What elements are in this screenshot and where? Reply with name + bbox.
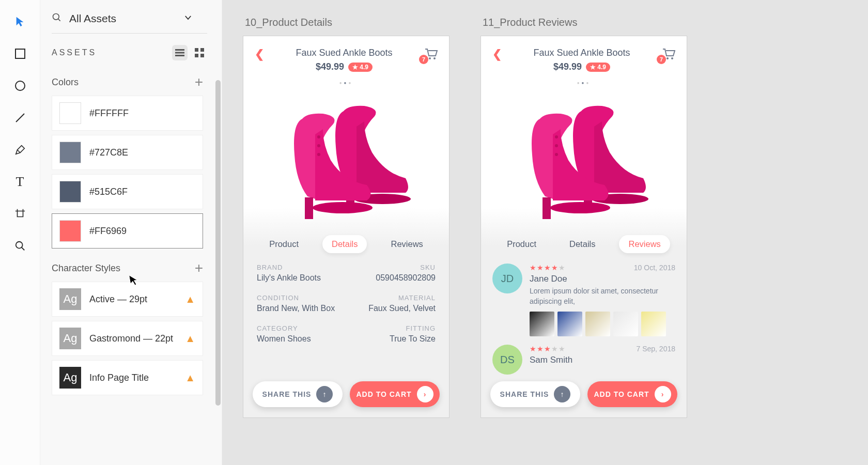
styles-section-header: Character Styles + xyxy=(52,256,218,282)
reviews-list: JD ★★★★★10 Oct, 2018 Jane Doe Lorem ipsu… xyxy=(481,264,687,383)
product-tabs: ProductDetailsReviews xyxy=(243,230,449,264)
review-thumbnails xyxy=(530,312,675,336)
svg-rect-18 xyxy=(305,197,313,219)
tab-reviews[interactable]: Reviews xyxy=(619,235,670,253)
chevron-down-icon[interactable] xyxy=(183,13,193,24)
svg-point-31 xyxy=(555,153,558,156)
svg-line-2 xyxy=(16,114,24,122)
style-preview-icon: Ag xyxy=(59,367,81,389)
list-view-button[interactable] xyxy=(172,45,188,60)
review-text: Lorem ipsum dolor sit amet, consectetur … xyxy=(530,286,675,306)
tab-details[interactable]: Details xyxy=(322,235,367,253)
page-indicator: ●●● xyxy=(481,81,687,85)
character-style-row[interactable]: AgActive — 29pt▲ xyxy=(52,282,203,317)
colors-section-header: Colors + xyxy=(52,70,218,96)
review-thumb[interactable] xyxy=(585,312,610,336)
svg-line-6 xyxy=(58,19,60,21)
svg-point-24 xyxy=(671,57,673,59)
cart-button[interactable]: 7 xyxy=(424,48,438,62)
color-swatch-row[interactable]: #727C8E xyxy=(52,135,203,170)
tab-details[interactable]: Details xyxy=(560,235,605,253)
style-preview-icon: Ag xyxy=(59,328,81,349)
detail-label: BRAND xyxy=(257,264,342,271)
color-swatch-row[interactable]: #FF6969 xyxy=(52,213,203,249)
share-button[interactable]: SHARE THIS↑ xyxy=(490,381,580,407)
tab-product[interactable]: Product xyxy=(498,235,546,253)
add-to-cart-button[interactable]: ADD TO CART› xyxy=(350,381,440,407)
back-button[interactable]: ❮ xyxy=(492,48,502,61)
warning-icon: ▲ xyxy=(185,372,195,384)
svg-line-4 xyxy=(21,247,24,251)
product-tabs: ProductDetailsReviews xyxy=(481,230,687,264)
review-thumb[interactable] xyxy=(557,312,582,336)
search-icon xyxy=(52,12,62,25)
product-hero-image xyxy=(517,96,651,220)
star-rating: ★★★★★ xyxy=(530,264,566,272)
artboard-wrap: 11_Product Reviews ❮ Faux Sued Ankle Boo… xyxy=(481,17,687,448)
product-hero-image xyxy=(279,96,413,220)
svg-point-20 xyxy=(317,135,320,138)
svg-rect-10 xyxy=(195,48,198,52)
assets-header-title: ASSETS xyxy=(52,48,97,57)
artboard-name[interactable]: 10_Product Details xyxy=(243,17,450,28)
svg-rect-9 xyxy=(175,55,184,56)
detail-label: MATERIAL xyxy=(350,294,436,302)
avatar: DS xyxy=(492,345,522,375)
search-label: All Assets xyxy=(69,12,116,25)
assets-search[interactable]: All Assets xyxy=(52,9,207,34)
rectangle-tool[interactable] xyxy=(13,47,27,61)
ellipse-tool[interactable] xyxy=(13,79,27,93)
color-label: #FF6969 xyxy=(89,226,127,237)
svg-rect-13 xyxy=(200,54,204,57)
chevron-right-icon: › xyxy=(655,386,671,402)
tab-reviews[interactable]: Reviews xyxy=(381,235,432,253)
artboard-tool[interactable] xyxy=(13,207,27,221)
review-thumb[interactable] xyxy=(530,312,554,336)
review-thumb[interactable] xyxy=(641,312,666,336)
review-thumb[interactable] xyxy=(613,312,638,336)
styles-section-title: Character Styles xyxy=(52,263,120,274)
pen-tool[interactable] xyxy=(13,143,27,157)
product-price: $49.99 xyxy=(553,61,582,72)
artboard[interactable]: ❮ Faux Sued Ankle Boots $49.99 ★ 4.9 7 ●… xyxy=(481,36,687,418)
rating-badge: ★ 4.9 xyxy=(586,63,610,72)
detail-label: SKU xyxy=(350,264,436,271)
cart-label: ADD TO CART xyxy=(356,390,411,398)
detail-value: 0590458902809 xyxy=(350,273,436,283)
character-style-row[interactable]: AgInfo Page Title▲ xyxy=(52,360,203,395)
share-label: SHARE THIS xyxy=(500,390,549,398)
product-title: Faux Sued Ankle Boots xyxy=(264,48,424,58)
color-swatch xyxy=(59,181,81,203)
color-swatch xyxy=(59,220,81,242)
add-to-cart-button[interactable]: ADD TO CART› xyxy=(587,381,677,407)
text-tool[interactable]: T xyxy=(13,175,27,189)
tab-product[interactable]: Product xyxy=(260,235,308,253)
svg-point-22 xyxy=(317,153,320,156)
color-swatch xyxy=(59,142,81,163)
line-tool[interactable] xyxy=(13,111,27,125)
grid-view-button[interactable] xyxy=(192,45,207,60)
svg-rect-0 xyxy=(16,49,25,58)
add-color-button[interactable]: + xyxy=(195,74,203,90)
color-swatch-row[interactable]: #515C6F xyxy=(52,174,203,209)
color-label: #515C6F xyxy=(89,187,128,197)
svg-rect-12 xyxy=(195,54,198,57)
character-style-row[interactable]: AgGastromond — 22pt▲ xyxy=(52,321,203,356)
svg-point-30 xyxy=(555,144,558,147)
warning-icon: ▲ xyxy=(185,293,195,305)
avatar: JD xyxy=(492,264,522,293)
color-swatch-row[interactable]: #FFFFFF xyxy=(52,96,203,131)
design-canvas[interactable]: 10_Product Details ❮ Faux Sued Ankle Boo… xyxy=(222,0,868,465)
artboard[interactable]: ❮ Faux Sued Ankle Boots $49.99 ★ 4.9 7 ●… xyxy=(243,36,450,418)
cart-button[interactable]: 7 xyxy=(662,48,675,62)
detail-cell: BRANDLily's Ankle Boots xyxy=(257,264,342,283)
product-title: Faux Sued Ankle Boots xyxy=(502,48,662,58)
detail-label: CONDITION xyxy=(257,294,342,302)
select-tool[interactable] xyxy=(13,14,27,29)
artboard-name[interactable]: 11_Product Reviews xyxy=(481,17,687,28)
add-style-button[interactable]: + xyxy=(195,260,203,276)
share-button[interactable]: SHARE THIS↑ xyxy=(253,381,343,407)
zoom-tool[interactable] xyxy=(13,239,27,253)
back-button[interactable]: ❮ xyxy=(255,48,264,61)
artboard-wrap: 10_Product Details ❮ Faux Sued Ankle Boo… xyxy=(243,17,450,448)
